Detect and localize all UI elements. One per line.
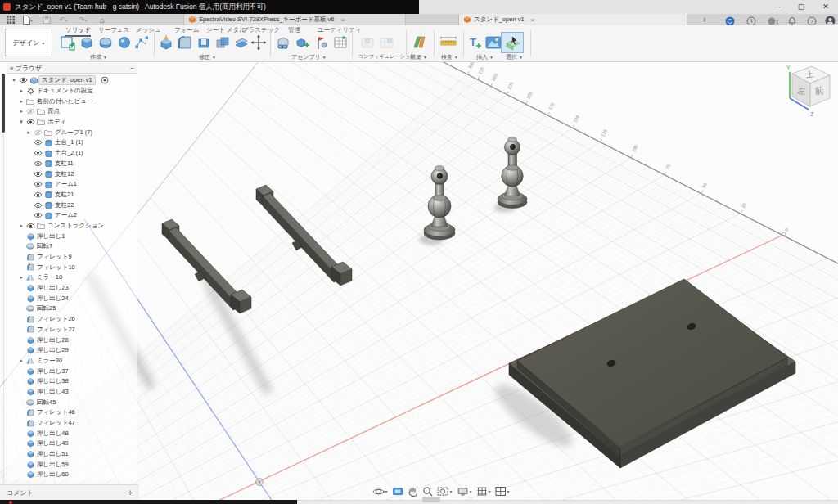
collapse-panel-icon[interactable]: « xyxy=(10,65,13,72)
browser-row[interactable]: 押し出し28 xyxy=(7,335,137,345)
browser-row-label[interactable]: 押し出し38 xyxy=(35,377,69,385)
visibility-eye-icon[interactable] xyxy=(25,119,36,125)
browser-row-label[interactable]: ドキュメントの設定 xyxy=(35,87,93,95)
browser-row[interactable]: 回転25 xyxy=(7,304,137,314)
save-icon[interactable] xyxy=(43,15,51,25)
browser-row-label[interactable]: フィレット47 xyxy=(35,419,75,427)
ribbon-tab-sheetmetal[interactable]: シート メタル xyxy=(206,26,246,34)
browser-row[interactable]: 押し出し59 xyxy=(7,459,137,470)
browser-row-label[interactable]: アーム2 xyxy=(53,211,77,219)
browser-row[interactable]: ▸ドキュメントの設定 xyxy=(7,86,137,97)
combine-icon[interactable] xyxy=(214,34,231,51)
browser-row-label[interactable]: スタンド_open v1 xyxy=(38,75,96,85)
browser-row-label[interactable]: 押し出し29 xyxy=(35,346,69,354)
close-button[interactable]: ✕ xyxy=(815,1,836,13)
browser-row-label[interactable]: 支柱11 xyxy=(53,160,74,168)
browser-row-label[interactable]: 押し出し28 xyxy=(35,336,69,344)
browser-row-label[interactable]: フィレット27 xyxy=(35,326,75,334)
visibility-eye-icon[interactable] xyxy=(33,171,43,178)
view-cube[interactable]: 上 左 前 Y Z xyxy=(779,62,836,126)
browser-row-label[interactable]: 名前の付いたビュー xyxy=(35,97,92,106)
bom-table-icon[interactable] xyxy=(332,34,349,51)
ribbon-tab-utilities[interactable]: ユーティリティ xyxy=(318,26,362,34)
browser-row[interactable]: ▸原点 xyxy=(7,106,137,117)
visibility-eye-icon[interactable] xyxy=(33,160,43,167)
select-group-label[interactable]: 選択 ▼ xyxy=(506,53,523,61)
pan-icon[interactable] xyxy=(408,486,418,497)
browser-row[interactable]: 支柱12 xyxy=(7,169,137,179)
browser-row-label[interactable]: 回転45 xyxy=(35,398,56,407)
move-icon[interactable] xyxy=(250,34,267,51)
new-component-icon[interactable] xyxy=(275,34,291,51)
expand-caret-icon[interactable]: ▾ xyxy=(17,119,25,125)
extrude-icon[interactable] xyxy=(79,34,95,51)
maximize-button[interactable]: ▢ xyxy=(791,1,812,13)
modify-group-label[interactable]: 修正 ▼ xyxy=(199,53,216,61)
construct-group-label[interactable]: 構築 ▼ xyxy=(410,53,427,61)
visibility-eye-off-icon[interactable] xyxy=(33,129,43,136)
browser-row[interactable]: フィレット26 xyxy=(7,314,137,325)
browser-row[interactable]: 支柱11 xyxy=(7,159,137,169)
3d-sketch-icon[interactable] xyxy=(133,34,150,51)
add-comment-button[interactable]: + xyxy=(128,488,133,497)
browser-row[interactable]: アーム2 xyxy=(7,210,137,221)
browser-row-label[interactable]: 押し出し48 xyxy=(35,430,69,438)
browser-row-label[interactable]: ミラー30 xyxy=(35,357,62,365)
browser-row-label[interactable]: 回転7 xyxy=(35,242,52,250)
zoom-icon[interactable]: ↑ xyxy=(422,486,433,497)
browser-row[interactable]: 押し出し29 xyxy=(7,345,137,356)
viewcube-top-face[interactable]: 上 xyxy=(804,70,814,79)
viewcube-front-face[interactable]: 前 xyxy=(813,85,824,96)
browser-row[interactable]: 押し出し60 xyxy=(7,470,137,480)
expand-caret-icon[interactable]: ▸ xyxy=(17,274,25,281)
expand-caret-icon[interactable]: ▾ xyxy=(10,77,18,83)
create-sketch-icon[interactable] xyxy=(60,34,76,51)
expand-caret-icon[interactable]: ▸ xyxy=(17,108,25,115)
viewports-icon[interactable]: ▾ xyxy=(495,486,510,497)
browser-row-label[interactable]: 支柱12 xyxy=(53,170,74,178)
visibility-eye-icon[interactable] xyxy=(33,150,43,156)
browser-row[interactable]: 押し出し38 xyxy=(7,376,137,387)
minimize-panel-icon[interactable]: − xyxy=(130,65,134,72)
tab-close-icon[interactable]: × xyxy=(340,16,345,24)
look-at-icon[interactable] xyxy=(392,486,403,497)
browser-row[interactable]: 押し出し1 xyxy=(7,231,137,241)
browser-row[interactable]: ▸コンストラクション xyxy=(7,221,137,232)
browser-row[interactable]: ▾ボディ xyxy=(7,117,137,128)
ribbon-tab-mesh[interactable]: メッシュ xyxy=(136,26,161,34)
browser-row-label[interactable]: 押し出し43 xyxy=(35,388,69,396)
browser-row[interactable]: フィレット10 xyxy=(7,262,137,272)
browser-row[interactable]: 土台_1 (1) xyxy=(7,137,137,148)
browser-row-label[interactable]: フィレット26 xyxy=(35,315,75,323)
expand-caret-icon[interactable]: ▸ xyxy=(17,223,25,229)
browser-row-label[interactable]: 押し出し60 xyxy=(35,470,69,479)
press-pull-icon[interactable] xyxy=(158,34,174,51)
browser-row-label[interactable]: 押し出し24 xyxy=(35,295,69,303)
insert-canvas-icon[interactable] xyxy=(484,34,501,51)
create-group-label[interactable]: 作成 ▼ xyxy=(90,53,107,61)
activate-component-radio[interactable] xyxy=(101,76,109,84)
browser-row[interactable]: ▸ミラー18 xyxy=(7,272,137,283)
joint-origin-icon[interactable] xyxy=(314,34,331,51)
tab-keyboard-pcb[interactable]: SpectraVideo SVI-738XPress_キーボード基板 v6 × xyxy=(183,14,406,25)
expand-caret-icon[interactable]: ▸ xyxy=(17,358,25,364)
tab-stand-open[interactable]: スタンド_open v1 × xyxy=(458,14,687,25)
browser-row-label[interactable]: 支柱21 xyxy=(53,191,74,199)
browser-row-label[interactable]: 土台_1 (1) xyxy=(53,138,83,146)
browser-row[interactable]: フィレット46 xyxy=(7,407,137,418)
ribbon-tab-plastic[interactable]: プラスチック xyxy=(242,26,280,34)
measure-icon[interactable] xyxy=(439,34,456,51)
browser-row-label[interactable]: 支柱22 xyxy=(53,201,74,209)
browser-row[interactable]: ▸ミラー30 xyxy=(7,356,137,367)
browser-row-label[interactable]: ミラー18 xyxy=(35,273,62,281)
browser-row[interactable]: 押し出し24 xyxy=(7,293,137,304)
expand-caret-icon[interactable]: ▸ xyxy=(17,88,25,94)
browser-row-label[interactable]: 回転25 xyxy=(35,304,56,313)
redo-icon[interactable]: ↷▾ xyxy=(79,15,88,25)
insert-text-icon[interactable]: T xyxy=(467,34,484,51)
display-settings-icon[interactable]: ▾ xyxy=(457,486,472,497)
browser-row-label[interactable]: 押し出し23 xyxy=(35,284,69,292)
fit-zoom-icon[interactable]: ▾ xyxy=(437,486,453,497)
browser-row[interactable]: 押し出し49 xyxy=(7,439,137,449)
grid-menu-icon[interactable] xyxy=(7,15,15,25)
